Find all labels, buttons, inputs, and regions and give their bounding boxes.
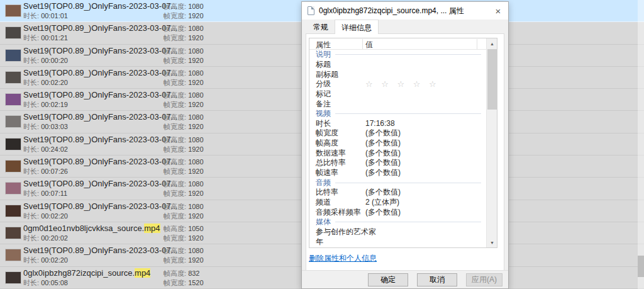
file-duration: 时长: 00:01:21 xyxy=(23,33,68,43)
frame-width-label: 帧宽度: xyxy=(164,279,186,286)
property-label: 年 xyxy=(316,237,323,247)
duration-label: 时长: xyxy=(23,167,39,175)
window-scrollbar-thumb[interactable] xyxy=(638,256,644,277)
table-row[interactable]: 年 xyxy=(309,237,486,247)
property-value: 17:16:38 xyxy=(365,119,395,128)
table-row[interactable]: 参与创作的艺术家 xyxy=(309,227,486,237)
tab-general[interactable]: 常规 xyxy=(307,20,335,34)
frame-width-value: 1920 xyxy=(188,123,203,130)
property-label: 标题 xyxy=(316,59,331,70)
frame-height-value: 832 xyxy=(188,269,199,277)
table-row[interactable]: 比特率 (多个数值) xyxy=(309,188,486,198)
frame-width-label: 帧宽度: xyxy=(164,34,186,42)
scroll-down-icon[interactable]: ▼ xyxy=(487,237,497,247)
property-label: 数据速率 xyxy=(316,148,346,159)
table-rows: 说明 标题 副标题 分级 ☆ ☆ ☆ ☆ ☆ 标记 xyxy=(309,50,486,247)
frame-width-label: 帧宽度: xyxy=(164,57,186,64)
apply-button[interactable]: 应用(A) xyxy=(466,273,502,286)
file-name-text: Svet19(TOP0.89_)OnlyFans-2023-03-07... xyxy=(23,201,177,211)
frame-height-label: 帧高度: xyxy=(164,47,186,55)
property-label: 媒体 xyxy=(316,217,331,227)
frame-width-value: 1920 xyxy=(188,145,203,153)
table-row[interactable]: 副标题 xyxy=(309,69,486,79)
properties-table: 属性 值 说明 标题 副标题 xyxy=(309,38,497,248)
cancel-button[interactable]: 取消 xyxy=(417,273,457,286)
frame-width-value: 1920 xyxy=(188,34,203,42)
frame-width-value: 1920 xyxy=(188,256,203,264)
table-row[interactable]: 标题 xyxy=(309,60,486,70)
frame-height-label: 帧高度: xyxy=(164,113,186,121)
table-row[interactable]: 分级 ☆ ☆ ☆ ☆ ☆ xyxy=(309,79,486,89)
dialog-titlebar[interactable]: 0glx0ipbzhg872izqcipi_source.mp4, ... 属性… xyxy=(302,2,508,20)
file-name: Svet19(TOP0.89_)OnlyFans-2023-03-07... xyxy=(23,179,177,188)
scroll-up-icon[interactable]: ▲ xyxy=(487,38,497,48)
file-frame-info: 帧高度: 1080帧宽度: 1920 xyxy=(164,202,204,221)
table-row[interactable]: 视频 xyxy=(309,109,486,119)
file-name-text: Svet19(TOP0.89_)OnlyFans-2023-03-07... xyxy=(23,1,177,11)
file-name-text: Svet19(TOP0.89_)OnlyFans-2023-03-07... xyxy=(23,46,177,55)
file-name-text: Svet19(TOP0.89_)OnlyFans-2023-03-07... xyxy=(23,246,177,255)
details-scrollbar-thumb[interactable] xyxy=(487,49,497,110)
duration-value: 00:01:01 xyxy=(41,12,68,20)
table-row[interactable]: 帧速率 (多个数值) xyxy=(309,168,486,178)
frame-width-value: 1920 xyxy=(188,234,203,242)
window-scrollbar[interactable] xyxy=(638,0,644,289)
video-thumbnail xyxy=(5,182,21,195)
table-row[interactable]: 音频采样频率 (多个数值) xyxy=(309,207,486,217)
duration-label: 时长: xyxy=(23,256,39,264)
table-row[interactable]: 频道 2 (立体声) xyxy=(309,198,486,208)
video-thumbnail xyxy=(5,115,21,128)
table-row[interactable]: 数据速率 (多个数值) xyxy=(309,148,486,158)
video-thumbnail xyxy=(5,227,21,239)
file-name: Svet19(TOP0.89_)OnlyFans-2023-03-07... xyxy=(23,68,177,77)
property-value: ☆ ☆ ☆ ☆ ☆ xyxy=(365,79,440,89)
section-rule xyxy=(335,183,481,183)
file-name: Svet19(TOP0.89_)OnlyFans-2023-03-07... xyxy=(23,46,177,55)
tab-details[interactable]: 详细信息 xyxy=(335,20,379,34)
duration-value: 00:00:20 xyxy=(41,57,68,64)
video-thumbnail xyxy=(5,26,21,39)
frame-width-label: 帧宽度: xyxy=(164,167,186,175)
remove-properties-link[interactable]: 删除属性和个人信息 xyxy=(309,253,377,264)
property-value: (多个数值) xyxy=(365,157,401,168)
details-tab-page: 属性 值 说明 标题 副标题 xyxy=(306,33,504,272)
duration-label: 时长: xyxy=(23,101,39,108)
file-frame-info: 帧高度: 1080帧宽度: 1920 xyxy=(164,91,204,110)
close-icon[interactable]: × xyxy=(488,2,508,20)
table-row[interactable]: 备注 xyxy=(309,99,486,109)
property-label: 音频采样频率 xyxy=(316,207,361,218)
duration-label: 时长: xyxy=(23,12,39,20)
duration-value: 00:01:21 xyxy=(41,34,68,42)
dialog-title: 0glx0ipbzhg872izqcipi_source.mp4, ... 属性 xyxy=(319,6,464,16)
property-label: 说明 xyxy=(316,49,331,60)
table-row[interactable]: 说明 xyxy=(309,50,486,60)
property-label: 视频 xyxy=(316,108,331,119)
frame-height-label: 帧高度: xyxy=(164,203,186,210)
frame-width-value: 1920 xyxy=(188,12,203,20)
table-header: 属性 值 xyxy=(309,38,497,50)
details-scrollbar[interactable]: ▲ ▼ xyxy=(486,38,497,247)
file-name: 0gm0d1eo1nvb8ljcvkksa_source.mp4 xyxy=(23,224,160,233)
table-row[interactable]: 帧宽度 (多个数值) xyxy=(309,128,486,139)
table-row[interactable]: 总比特率 (多个数值) xyxy=(309,158,486,168)
duration-label: 时长: xyxy=(23,279,39,286)
frame-height-label: 帧高度: xyxy=(164,136,186,144)
property-label: 参与创作的艺术家 xyxy=(316,227,376,237)
file-frame-info: 帧高度: 1080帧宽度: 1920 xyxy=(164,135,204,154)
file-icon xyxy=(308,6,314,15)
table-row[interactable]: 帧高度 (多个数值) xyxy=(309,139,486,149)
table-row[interactable]: 媒体 xyxy=(309,217,486,227)
frame-height-value: 1080 xyxy=(188,203,203,210)
frame-width-label: 帧宽度: xyxy=(164,123,186,130)
table-row[interactable]: 标记 xyxy=(309,89,486,99)
ok-button[interactable]: 确定 xyxy=(368,273,408,286)
table-row[interactable]: 音频 xyxy=(309,178,486,188)
table-row[interactable]: 时长 17:16:38 xyxy=(309,118,486,128)
file-duration: 时长: 00:24:02 xyxy=(23,145,68,154)
property-label: 比特率 xyxy=(316,187,338,198)
frame-width-label: 帧宽度: xyxy=(164,212,186,220)
frame-height-value: 1080 xyxy=(188,91,203,99)
column-header-value: 值 xyxy=(365,40,373,50)
video-thumbnail xyxy=(5,205,21,217)
file-name: Svet19(TOP0.89_)OnlyFans-2023-03-07... xyxy=(23,246,177,255)
